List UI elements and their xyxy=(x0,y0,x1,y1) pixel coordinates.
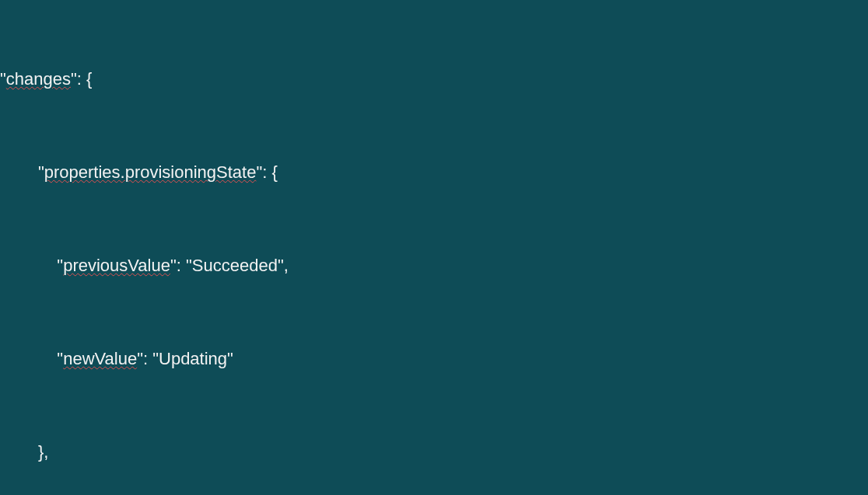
spellcheck-word: changes xyxy=(6,69,71,89)
json-code-block: "changes": { "properties.provisioningSta… xyxy=(0,0,868,495)
code-line-5: }, xyxy=(0,437,868,468)
code-text: ": { xyxy=(71,69,92,89)
code-text: ": "Succeeded", xyxy=(170,256,289,275)
code-line-3: "previousValue": "Succeeded", xyxy=(0,250,868,281)
spellcheck-word: newValue xyxy=(63,349,137,368)
code-text: ": "Updating" xyxy=(137,349,233,368)
code-text: " xyxy=(0,256,63,275)
code-text: ": { xyxy=(256,162,277,182)
code-text: " xyxy=(0,162,44,182)
code-text: " xyxy=(0,349,63,368)
code-text: " xyxy=(0,69,6,89)
code-line-4: "newValue": "Updating" xyxy=(0,343,868,375)
code-line-2: "properties.provisioningState": { xyxy=(0,157,868,188)
code-line-1: "changes": { xyxy=(0,64,868,95)
spellcheck-word: previousValue xyxy=(63,256,170,275)
spellcheck-word: properties.provisioningState xyxy=(44,162,257,182)
code-text: }, xyxy=(0,442,48,462)
